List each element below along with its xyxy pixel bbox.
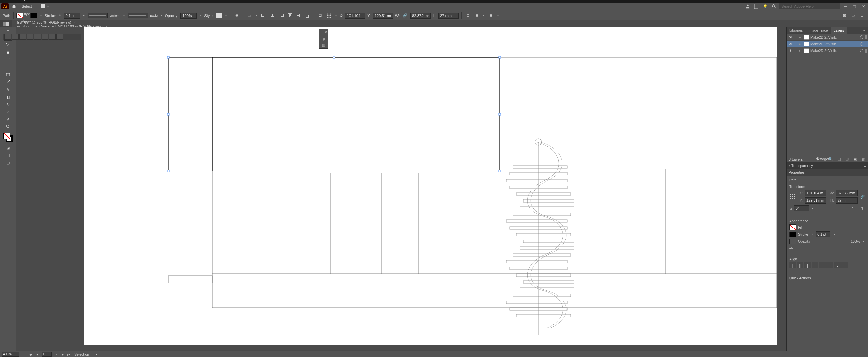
h-input[interactable] [438, 13, 459, 19]
floating-tool-strip[interactable]: ✕ ◎ ▥ [319, 29, 328, 49]
style-swatch[interactable] [216, 13, 222, 18]
search-icon[interactable] [771, 3, 777, 9]
palign-right-icon[interactable]: ‖ [804, 262, 811, 268]
isolate-icon[interactable]: ⊡ [464, 12, 471, 19]
rect-tool-icon[interactable] [4, 71, 12, 78]
angle-drop-icon[interactable]: ▾ [811, 206, 814, 211]
canvas-area[interactable]: ✕ ◎ ▥ [16, 27, 786, 351]
mts-3[interactable] [19, 34, 26, 40]
panel-menu-icon[interactable]: ≡ [859, 12, 865, 19]
align-bottom-icon[interactable] [304, 12, 311, 19]
color-mode-icon[interactable]: ◪ [4, 144, 12, 151]
recolor-icon[interactable]: ◉ [234, 12, 240, 19]
target-icon[interactable] [860, 35, 863, 39]
palign-dist-h-icon[interactable]: ⋮ [834, 262, 841, 268]
expand-icon[interactable]: ▸ [799, 49, 803, 52]
select-similar-icon[interactable]: ⊟ [487, 12, 494, 19]
opacity-drop-icon[interactable]: ▸ [199, 13, 202, 18]
zoom-input[interactable] [2, 352, 19, 357]
target-icon[interactable] [860, 42, 863, 46]
search-input[interactable] [779, 3, 840, 9]
ref-point-selector[interactable] [789, 193, 795, 200]
fill-stroke-toggle[interactable] [3, 133, 13, 142]
profile-drop-icon[interactable]: ▾ [122, 13, 126, 18]
layer-row[interactable]: 👁▸Make2D 2::Visib… [787, 47, 868, 54]
pen-tool-icon[interactable] [4, 49, 12, 56]
mts-1[interactable] [4, 34, 11, 40]
artboard-input[interactable] [42, 352, 52, 357]
artboard-back-icon[interactable]: ◂ [36, 352, 38, 356]
close-icon[interactable]: ✕ [860, 3, 867, 9]
palign-hcenter-icon[interactable]: ‖ [797, 262, 803, 268]
appearance-more-icon[interactable]: ⋯ [862, 250, 865, 254]
align-hcenter-icon[interactable] [269, 12, 276, 19]
fill-swatch[interactable] [16, 13, 23, 18]
line-tool-icon[interactable] [4, 64, 12, 71]
doc-icon[interactable] [753, 3, 760, 9]
arrange-dropdown-icon[interactable]: ▾ [46, 4, 50, 9]
menu-select[interactable]: Select [19, 3, 38, 10]
eyedropper-tool-icon[interactable]: ✐ [4, 116, 12, 123]
target-icon[interactable] [860, 49, 863, 52]
prop-x-input[interactable] [805, 190, 826, 196]
align-right-icon[interactable] [278, 12, 285, 19]
stroke-profile[interactable] [88, 13, 108, 18]
edit-toolbar-icon[interactable]: ⋯ [4, 166, 12, 174]
toolbox-drag-icon[interactable]: ≡ [0, 27, 16, 34]
fill-drop-icon[interactable]: ▾ [25, 13, 28, 18]
artboard-prev-icon[interactable]: ⏮ [29, 352, 33, 356]
align-vcenter-icon[interactable] [295, 12, 302, 19]
more-options-icon[interactable]: ⋯ [862, 212, 865, 216]
tab-layers[interactable]: Layers [831, 27, 847, 34]
brush-drop-icon[interactable]: ▾ [160, 13, 163, 18]
palign-dist-v-icon[interactable]: ⋯ [841, 262, 848, 268]
brush-def[interactable] [128, 13, 148, 18]
opacity-input[interactable] [180, 13, 197, 19]
tab-libraries[interactable]: Libraries [787, 27, 805, 34]
mts-4[interactable] [27, 34, 33, 40]
selsim-drop-icon[interactable]: ▾ [496, 13, 500, 18]
shape-builder-icon[interactable]: ⬓ [317, 12, 323, 19]
menu-type[interactable]: Type [19, 0, 38, 3]
prop-stroke-step-icon[interactable]: ⇕ [810, 232, 814, 237]
similar-drop-icon[interactable]: ▾ [482, 13, 485, 18]
artboard-drop-icon[interactable]: ▾ [55, 352, 58, 357]
stroke-weight-drop-icon[interactable]: ▾ [82, 13, 86, 18]
floating-close-icon[interactable]: ✕ [324, 31, 327, 34]
zoom-tool-icon[interactable] [4, 123, 12, 130]
delete-layer-icon[interactable]: 🗑 [861, 157, 866, 162]
eraser-tool-icon[interactable]: ◧ [4, 93, 12, 101]
make-clip-icon[interactable]: ◫ [836, 157, 842, 162]
presentation-icon[interactable]: ▭ [850, 12, 857, 19]
scale-tool-icon[interactable]: ⤢ [4, 108, 12, 116]
zoom-drop-icon[interactable]: ▾ [22, 352, 26, 357]
align-more-icon[interactable]: ⋯ [862, 269, 865, 273]
mts-6[interactable] [42, 34, 48, 40]
screen-mode-icon[interactable]: ▢ [4, 159, 12, 166]
draw-mode-icon[interactable]: ◫ [4, 151, 12, 159]
y-input[interactable] [373, 13, 393, 19]
prop-stroke-input[interactable] [816, 231, 830, 237]
stroke-step-icon[interactable]: ⇕ [58, 13, 62, 18]
flip-h-icon[interactable]: ⇋ [850, 205, 857, 212]
fx-label[interactable]: fx. [789, 245, 793, 249]
palign-top-icon[interactable]: = [812, 262, 818, 268]
visibility-icon[interactable]: 👁 [788, 35, 793, 39]
status-flyout-icon[interactable]: ▸ [96, 352, 98, 356]
direct-select-tool-icon[interactable] [4, 41, 12, 49]
minimize-icon[interactable]: ─ [842, 3, 849, 9]
edit-similar-icon[interactable]: ⊞ [473, 12, 480, 19]
expand-icon[interactable]: ▸ [799, 42, 803, 46]
prop-w-input[interactable] [836, 190, 858, 196]
align-top-icon[interactable] [287, 12, 293, 19]
layer-row[interactable]: 👁▸Make2D 2::Visib… [787, 34, 868, 41]
stroke-drop-icon[interactable]: ▾ [39, 13, 43, 18]
tab-close-icon[interactable]: × [74, 20, 76, 24]
brush-tool-icon[interactable] [4, 78, 12, 86]
artboard-fwd-icon[interactable]: ▸ [62, 352, 64, 356]
panel-menu-icon[interactable]: ≡ [861, 27, 868, 34]
transparency-panel-tab[interactable]: ◂Transparency ≡ [787, 162, 868, 169]
mts-2[interactable] [12, 34, 19, 40]
maximize-icon[interactable]: ▢ [851, 3, 858, 9]
palign-left-icon[interactable]: ‖ [789, 262, 796, 268]
